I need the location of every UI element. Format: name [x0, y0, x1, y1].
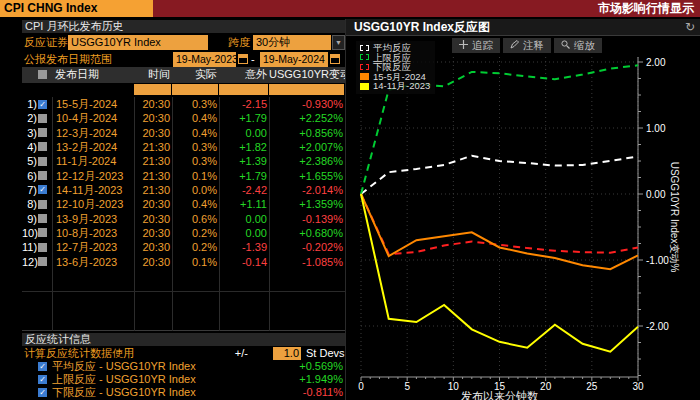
row-number: 2)	[22, 111, 38, 125]
row-number: 11)	[22, 240, 38, 254]
cell-surprise: 0.00	[219, 226, 269, 240]
row-number: 8)	[22, 197, 38, 211]
annotate-button[interactable]: 注释	[503, 38, 551, 53]
col-header-time[interactable]: 时间	[134, 67, 172, 83]
date-range-separator: -	[251, 51, 255, 67]
svg-text:25: 25	[586, 381, 598, 392]
row-checkbox[interactable]	[38, 169, 52, 183]
cell-surprise: +1.79	[219, 111, 269, 125]
col-header-date[interactable]: 发布日期	[52, 67, 134, 83]
cell-date[interactable]: 12-10月-2023	[52, 197, 134, 211]
cell-change: +2.007%	[269, 140, 345, 154]
row-checkbox[interactable]	[38, 197, 52, 211]
cell-surprise: 0.00	[219, 126, 269, 140]
zoom-button[interactable]: 缩放	[554, 38, 602, 53]
cell-date[interactable]: 13-9月-2023	[52, 212, 134, 226]
table-row: 8)12-10月-202320:300.4%+1.11+1.359%	[22, 197, 345, 211]
stats-rows: ✓平均反应 - USGG10YR Index+0.569%✓上限反应 - USG…	[22, 360, 345, 399]
chevron-down-icon[interactable]: ▼	[332, 35, 345, 50]
stdev-input[interactable]: 1.0	[273, 347, 301, 360]
row-checkbox[interactable]	[38, 240, 52, 254]
svg-text:2.00: 2.00	[646, 57, 666, 68]
cell-change: -0.139%	[269, 212, 345, 226]
cell-change: +1.359%	[269, 197, 345, 211]
release-table-body: 1)✓15-5月-202420:300.3%-2.15-0.930%2)10-4…	[22, 97, 345, 269]
time-filter-input[interactable]	[134, 84, 171, 95]
cell-date[interactable]: 12-3月-2024	[52, 126, 134, 140]
row-checkbox[interactable]	[38, 111, 52, 125]
stats-calc-row: 计算反应统计数据使用 +/- 1.0 St Devs	[22, 347, 345, 360]
svg-text:10: 10	[448, 381, 460, 392]
cell-time: 20:30	[134, 212, 172, 226]
table-row: 12)13-6月-202320:300.1%-0.14-1.085%	[22, 255, 345, 269]
legend-swatch	[360, 54, 369, 60]
row-checkbox[interactable]: ✓	[38, 183, 52, 197]
cell-time: 20:30	[134, 197, 172, 211]
row-number: 5)	[22, 154, 38, 168]
cell-date[interactable]: 10-4月-2024	[52, 111, 134, 125]
row-checkbox[interactable]	[38, 126, 52, 140]
col-header-change[interactable]: USGG10YR变动%	[269, 67, 345, 83]
actual-filter-input[interactable]	[172, 84, 218, 95]
table-row: 7)✓14-11月-202321:300.0%-2.42-2.014%	[22, 183, 345, 197]
surprise-filter-input[interactable]	[219, 84, 268, 95]
table-row: 4)13-2月-202421:300.3%+1.82+2.007%	[22, 140, 345, 154]
cell-surprise: -0.14	[219, 255, 269, 269]
plus-minus-label: +/-	[235, 347, 248, 360]
date-to-input[interactable]: 19-May-2024	[260, 52, 328, 67]
cell-actual: 0.6%	[172, 212, 219, 226]
cell-date[interactable]: 14-11月-2023	[52, 183, 134, 197]
row-number: 4)	[22, 140, 38, 154]
chart-toolbar: 追踪注释缩放	[452, 38, 602, 53]
svg-text:5: 5	[404, 381, 410, 392]
row-checkbox[interactable]	[38, 255, 52, 269]
cell-time: 20:30	[134, 226, 172, 240]
date-from-input[interactable]: 19-May-2023	[173, 52, 236, 67]
cell-change: -1.085%	[269, 255, 345, 269]
cell-date[interactable]: 12-7月-2023	[52, 240, 134, 254]
table-header-row: 发布日期 时间 实际 意外 USGG10YR变动%	[22, 67, 345, 83]
span-select-value[interactable]: 30分钟	[253, 35, 331, 50]
cell-change: +0.680%	[269, 226, 345, 240]
cell-date[interactable]: 11-1月-2024	[52, 154, 134, 168]
cell-date[interactable]: 15-5月-2024	[52, 97, 134, 111]
row-checkbox[interactable]	[38, 226, 52, 240]
row-checkbox[interactable]	[38, 140, 52, 154]
cell-change: -0.930%	[269, 97, 345, 111]
row-number: 3)	[22, 126, 38, 140]
cell-date[interactable]: 13-6月-2023	[52, 255, 134, 269]
cell-surprise: +1.82	[219, 140, 269, 154]
row-checkbox[interactable]	[38, 154, 52, 168]
col-header-actual[interactable]: 实际	[172, 67, 219, 83]
svg-text:20: 20	[540, 381, 552, 392]
table-filter-row	[22, 84, 345, 96]
legend-swatch	[360, 73, 369, 80]
cell-surprise: +1.39	[219, 154, 269, 168]
calendar-icon[interactable]	[330, 54, 340, 64]
change-filter-input[interactable]	[269, 84, 344, 95]
reaction-chart-panel: USGG10YR Index反应图 ↻ 追踪注释缩放 平均反应上限反应下限反应1…	[345, 19, 700, 400]
row-checkbox[interactable]: ✓	[38, 97, 52, 111]
calendar-icon[interactable]	[238, 54, 248, 64]
calc-label: 计算反应统计数据使用	[24, 347, 134, 360]
cell-surprise: 0.00	[219, 212, 269, 226]
cell-time: 20:30	[134, 126, 172, 140]
row-number: 7)	[22, 183, 38, 197]
select-all-checkbox[interactable]	[38, 67, 52, 83]
stat-checkbox[interactable]: ✓	[38, 386, 52, 399]
track-button[interactable]: 追踪	[452, 38, 500, 53]
cell-actual: 0.0%	[172, 183, 219, 197]
col-header-surprise[interactable]: 意外	[219, 67, 269, 83]
cell-actual: 0.1%	[172, 255, 219, 269]
row-checkbox[interactable]	[38, 212, 52, 226]
security-input[interactable]: USGG10YR Index	[68, 35, 208, 50]
cell-actual: 0.3%	[172, 97, 219, 111]
stat-checkbox[interactable]: ✓	[38, 373, 52, 386]
cell-date[interactable]: 13-2月-2024	[52, 140, 134, 154]
cell-date[interactable]: 10-8月-2023	[52, 226, 134, 240]
table-row: 1)✓15-5月-202420:300.3%-2.15-0.930%	[22, 97, 345, 111]
cell-date[interactable]: 12-12月-2023	[52, 169, 134, 183]
stat-checkbox[interactable]: ✓	[38, 360, 52, 373]
cell-change: -0.202%	[269, 240, 345, 254]
magnifier-icon	[561, 38, 570, 53]
